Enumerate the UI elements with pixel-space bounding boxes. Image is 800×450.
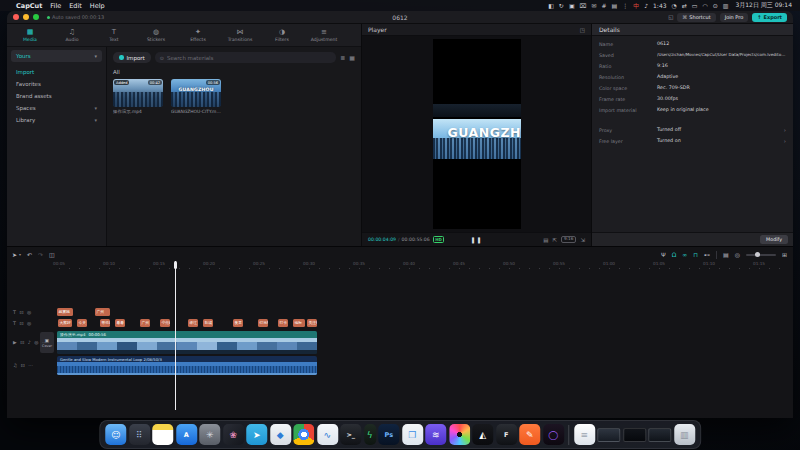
zoom-window-button[interactable] [33,14,39,20]
video-clip[interactable]: 操作演示.mp400:00:56 [57,331,317,354]
grid-status-icon[interactable]: # [602,0,607,11]
dock-app-store[interactable]: A [176,424,197,445]
text-track-icon[interactable]: T [13,310,16,315]
dock-green-app[interactable]: ϟ [364,424,376,445]
export-button[interactable]: ↑ Export [752,13,787,22]
text-clip[interactable]: 灯光秀 [258,319,268,327]
dock-chrome[interactable] [293,424,314,445]
sidebar-item-favorites[interactable]: Favorites [11,78,102,89]
list-status-icon[interactable]: ▤ [612,0,618,11]
preview-axis-icon[interactable]: ⊓ [693,249,698,261]
quality-icon[interactable]: ▤ [543,237,548,243]
more-icon[interactable]: ⋯ [42,340,47,345]
text-clip[interactable]: 夜景 [233,319,243,327]
dock-orange-pencil-app[interactable]: ✎ [519,424,540,445]
lock-icon[interactable]: ⊡ [19,321,23,326]
network-switch-icon[interactable]: ⇄ [682,0,687,11]
asset-card[interactable]: GUANGZHOU00:56GUANGZHOU-CITY.mp4 [171,79,221,114]
audio-track-icon[interactable]: ♫ [13,363,17,368]
split-icon[interactable]: ◫ [49,249,55,261]
quality-badge[interactable]: HD [433,236,445,243]
dock-notes[interactable] [152,424,173,445]
details-toggle-row[interactable]: Free layerTurned on› [599,138,786,149]
sidebar-item-import[interactable]: Import [11,66,102,77]
lock-icon[interactable]: ⊡ [21,363,25,368]
menu-file[interactable]: File [50,2,61,10]
video-track-icon[interactable]: ▶ [13,340,17,345]
lock-icon[interactable]: ⊡ [19,310,23,315]
dock-photos-dark[interactable]: ❀ [223,424,244,445]
dock-mail-shield[interactable]: ◆ [270,424,291,445]
filter-all-label[interactable]: All [113,69,355,75]
redo-icon[interactable]: ↷ [38,249,43,261]
ripple-delete-icon[interactable]: ⊷ [704,249,710,261]
asset-card[interactable]: Added00:42操作演示.mp4 [113,79,163,114]
text-clip[interactable]: 地标 [293,319,305,327]
capture-status-icon[interactable]: ⌧ [580,0,587,11]
cover-tool-icon[interactable]: ▤ [723,249,729,261]
text-clip[interactable]: 看看 [115,319,125,327]
mail-status-icon[interactable]: ✉ [591,0,596,11]
zoom-fit-icon[interactable]: ⊞ [782,249,787,261]
dock-minimized-window-1[interactable] [597,428,620,442]
text-clip[interactable]: 新城 [203,319,213,327]
import-button[interactable]: Import [113,52,151,63]
dock-system-settings[interactable]: ✳ [199,424,220,445]
menu-edit[interactable]: Edit [69,2,82,10]
tab-adjustment[interactable]: ≡Adjustment [303,28,345,42]
display-status-icon[interactable]: ◧ [548,0,554,11]
auto-link-icon[interactable]: ∞ [682,249,687,261]
text-clip[interactable]: 珠江 [188,319,198,327]
text-clip[interactable]: 广州 [140,319,150,327]
battery-icon[interactable]: ▭ [692,0,698,11]
menu-bar-clock[interactable]: 3月12日 周三 09:14 [735,1,792,10]
hide-icon[interactable]: ◎ [27,310,31,315]
music-status-icon[interactable]: ♪ [644,0,648,11]
sidebar-item-library[interactable]: Library▾ [11,114,102,125]
asset-thumbnail[interactable]: Added00:42 [113,79,163,107]
dock-color-wheel-app[interactable] [449,424,470,445]
timeline[interactable]: ➤▾↶↷◫ ΨΩ∞⊓⊷▤◎⊞ ▣ Cover 00:0500:1000:1500… [7,246,793,418]
time-ruler[interactable] [59,268,785,269]
layout-icon[interactable]: ◱ [668,14,673,20]
tab-media[interactable]: ▦Media [9,28,51,42]
tab-text[interactable]: TText [93,28,135,42]
minimize-window-button[interactable] [23,14,29,20]
modify-button[interactable]: Modify [760,235,788,244]
tab-transitions[interactable]: ⋈Transitions [219,28,261,42]
hide-icon[interactable]: ◎ [27,321,31,326]
video-preview[interactable]: GUANGZHOU [433,39,521,229]
join-pro-button[interactable]: Join Pro [720,13,749,22]
record-voiceover-icon[interactable]: Ψ [661,249,666,261]
text-clip[interactable]: 广州 [95,308,110,316]
sidebar-item-spaces[interactable]: Spaces▾ [11,102,102,113]
playhead-line[interactable] [175,261,176,410]
dock-terminal[interactable]: >_ [340,424,361,445]
dock-purple-lines-app[interactable]: ≋ [425,424,446,445]
dock-purple-ring-app[interactable]: ◯ [543,424,564,445]
text-clip[interactable]: 超震撼 [57,308,73,316]
menu-help[interactable]: Help [90,2,105,10]
audio-clip[interactable]: Gentle and Slow Modern Instrumental Loop… [57,356,317,375]
timeline-zoom-slider[interactable] [746,254,776,256]
close-window-button[interactable] [13,14,19,20]
search-input[interactable] [167,55,331,61]
select-tool-dropdown[interactable]: ▾ [19,249,21,261]
select-tool-icon[interactable]: ➤ [12,249,17,261]
text-clip[interactable]: 带你看 [100,319,110,327]
dock-photoshop[interactable]: Ps [378,424,399,445]
shortcut-button[interactable]: ⌘ Shortcut [677,13,715,22]
sidebar-item-brand-assets[interactable]: Brand assets [11,90,102,101]
dock-launchpad[interactable]: ⠿ [129,424,150,445]
magnetic-snap-icon[interactable]: Ω [672,249,677,261]
details-toggle-row[interactable]: ProxyTurned off› [599,127,786,138]
playhead-handle[interactable] [174,261,178,269]
input-method-icon[interactable]: 中 [633,0,639,11]
pause-button[interactable]: ❚❚ [470,236,482,243]
undo-icon[interactable]: ↶ [27,249,32,261]
dock-blue-wave-app[interactable]: ∿ [317,424,338,445]
dock-minimized-window-2[interactable] [623,428,646,442]
clock-status-icon[interactable]: ◔ [672,0,677,11]
hide-icon[interactable]: ◎ [34,340,38,345]
wifi-icon[interactable]: ◠ [702,0,707,11]
